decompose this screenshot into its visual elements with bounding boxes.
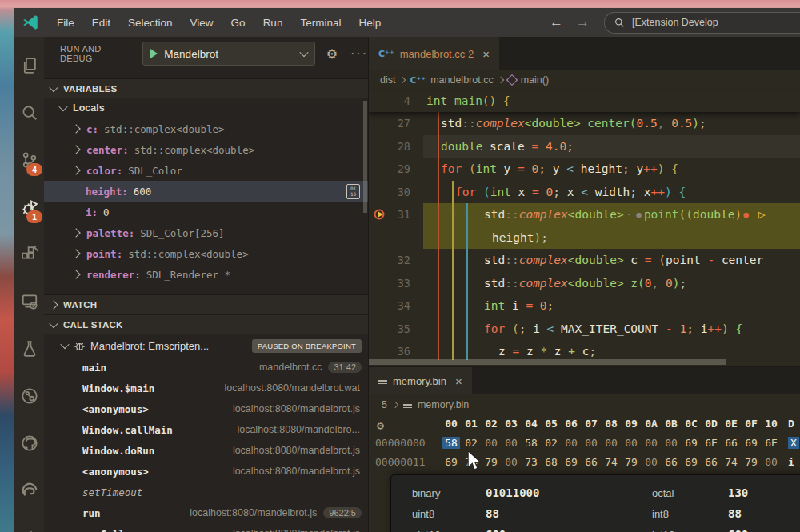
hex-byte[interactable]: 69 — [442, 456, 460, 468]
hex-byte[interactable]: 79 — [622, 456, 640, 468]
watch-section-header[interactable]: WATCH — [44, 294, 368, 314]
menu-item-view[interactable]: View — [182, 14, 222, 32]
nav-back-button[interactable]: ← — [550, 14, 563, 30]
call-stack-section-header[interactable]: CALL STACK — [44, 314, 368, 334]
hex-byte[interactable]: 00 — [622, 437, 640, 449]
nav-forward-button[interactable]: → — [576, 14, 590, 30]
hex-byte[interactable]: 00 — [662, 437, 680, 449]
hex-byte[interactable]: 66 — [722, 437, 740, 449]
stack-frame-row[interactable]: <anonymous>localhost:8080/mandelbrot.js — [44, 461, 368, 482]
variables-scope-locals[interactable]: Locals — [44, 98, 368, 118]
variable-row-height[interactable]: height:6000110 — [44, 181, 368, 202]
variable-row-point[interactable]: point:std::complex<double> — [44, 243, 368, 264]
code-line-34[interactable]: 34int i = 0; — [423, 294, 800, 318]
code-line-33[interactable]: 33std::complex<double> z(0, 0); — [423, 272, 800, 295]
activity-live-share[interactable] — [14, 522, 44, 532]
hex-byte[interactable]: 66 — [662, 456, 680, 468]
code-line-31[interactable]: 31······std::complex<double>·●point((dou… — [423, 203, 800, 226]
hex-byte[interactable]: 73 — [522, 456, 540, 468]
hex-byte[interactable]: 69 — [562, 456, 580, 468]
activity-source-control[interactable]: 4 — [14, 144, 44, 176]
menu-item-run[interactable]: Run — [254, 14, 292, 32]
debug-config-dropdown[interactable]: Mandelbrot — [142, 42, 314, 66]
stack-frame-row[interactable]: Window.doRunlocalhost:8080/mandelbrot.js — [44, 440, 368, 461]
tab-mandelbrot[interactable]: C⁺⁺ mandelbrot.cc 2 × — [369, 37, 499, 70]
menu-item-selection[interactable]: Selection — [119, 14, 182, 32]
breadcrumb-folder[interactable]: dist — [380, 74, 395, 86]
view-binary-icon[interactable]: 0110 — [346, 184, 360, 199]
variable-row-renderer[interactable]: renderer:SDL_Renderer * — [44, 264, 368, 285]
stack-frame-row[interactable]: runCallerlocalhost:8080/mandelbrot.js — [44, 523, 368, 532]
sidebar-scrollbar[interactable] — [363, 101, 367, 213]
code-line-29[interactable]: 29for (int y = 0; y < height; y++) { — [423, 158, 800, 181]
variable-row-i[interactable]: i:0 — [44, 202, 368, 222]
hex-byte[interactable]: 00 — [582, 437, 600, 449]
breakpoint-current-icon[interactable] — [374, 208, 386, 221]
stack-frame-row[interactable]: Window.callMainlocalhost:8080/mandelbro.… — [44, 419, 368, 440]
activity-search[interactable] — [14, 97, 44, 129]
hex-byte[interactable]: 58 — [522, 437, 540, 449]
stack-frame-row[interactable]: <anonymous>localhost:8080/mandelbrot.js — [44, 398, 368, 419]
hex-byte[interactable]: 74 — [722, 456, 740, 468]
hex-byte[interactable]: 00 — [562, 437, 580, 449]
debug-settings-gear-icon[interactable]: ⚙ — [326, 46, 338, 62]
debug-session-row[interactable]: Mandelbrot: Emscripten... PAUSED ON BREA… — [44, 334, 368, 357]
activity-edge-devtools[interactable] — [14, 474, 44, 506]
variables-section-header[interactable]: VARIABLES — [44, 78, 368, 98]
command-center-search[interactable]: [Extension Develop — [604, 12, 800, 34]
code-line-wrap[interactable]: height); — [423, 226, 800, 250]
menu-item-help[interactable]: Help — [350, 14, 390, 32]
code-line-28[interactable]: 28double scale = 4.0; — [423, 135, 800, 158]
code-line-4[interactable]: 4int main() { — [423, 90, 800, 113]
close-icon[interactable]: × — [455, 374, 462, 388]
decoded-char[interactable]: i — [788, 456, 794, 468]
debug-start-icon[interactable] — [150, 49, 158, 58]
hex-byte[interactable]: 74 — [602, 456, 620, 468]
hex-byte[interactable]: 00 — [502, 456, 520, 468]
more-actions-icon[interactable]: ··· — [350, 46, 368, 61]
breadcrumb[interactable]: dist C⁺⁺ mandelbrot.cc main() — [369, 70, 800, 90]
breadcrumb-offset[interactable]: 5 — [382, 399, 387, 410]
breadcrumb-symbol[interactable]: main() — [521, 74, 549, 86]
activity-tool-circle[interactable] — [14, 380, 44, 412]
activity-remote-explorer[interactable] — [14, 286, 44, 318]
sticky-scroll-line[interactable]: 4int main() { — [369, 90, 800, 112]
hex-byte[interactable]: 69 — [682, 456, 700, 468]
hex-byte[interactable]: 79 — [482, 456, 500, 468]
variable-row-palette[interactable]: palette:SDL_Color[256] — [44, 222, 368, 243]
stack-frame-row[interactable]: setTimeout — [44, 482, 368, 502]
hex-byte[interactable]: 69 — [742, 437, 760, 449]
menu-item-edit[interactable]: Edit — [83, 14, 119, 32]
activity-extensions[interactable] — [14, 238, 44, 270]
code-line-30[interactable]: 30for (int x = 0; x < width; x++) { — [423, 181, 800, 204]
hex-byte[interactable]: 00 — [642, 456, 660, 468]
hex-byte[interactable]: 00 — [602, 437, 620, 449]
editor-horizontal-scrollbar[interactable] — [369, 359, 726, 365]
menu-item-terminal[interactable]: Terminal — [291, 14, 350, 32]
menu-item-go[interactable]: Go — [222, 14, 254, 32]
hex-byte[interactable]: 79 — [742, 456, 760, 468]
hex-byte[interactable]: 02 — [462, 437, 480, 449]
hex-byte[interactable]: 00 — [642, 437, 660, 449]
breadcrumb-file[interactable]: mandelbrot.cc — [430, 74, 494, 86]
decoded-char[interactable]: X — [788, 437, 799, 449]
activity-github[interactable] — [14, 427, 44, 459]
code-area[interactable]: 27std::complex<double> center(0.5, 0.5);… — [369, 112, 800, 366]
hex-byte[interactable]: 69 — [682, 437, 700, 449]
hex-byte[interactable]: 00 — [482, 437, 500, 449]
hex-breadcrumb[interactable]: 5 memory.bin — [369, 394, 800, 415]
code-line-35[interactable]: 35for (; i < MAX_ITER_COUNT - 1; i++) { — [423, 318, 800, 341]
activity-explorer[interactable] — [14, 50, 44, 82]
code-line-27[interactable]: 27std::complex<double> center(0.5, 0.5); — [423, 112, 800, 135]
tab-memory-bin[interactable]: memory.bin × — [369, 367, 472, 394]
code-line-32[interactable]: 32std::complex<double> c = (point - cent… — [423, 249, 800, 272]
hex-byte[interactable]: 6E — [762, 437, 780, 449]
hex-byte[interactable]: 66 — [702, 456, 720, 468]
hex-byte[interactable]: 00 — [502, 437, 520, 449]
breadcrumb-file[interactable]: memory.bin — [418, 399, 469, 410]
variable-row-color[interactable]: color:SDL_Color — [44, 160, 368, 181]
hex-byte[interactable]: 02 — [542, 437, 560, 449]
menu-item-file[interactable]: File — [48, 14, 83, 32]
hex-byte[interactable]: 58 — [442, 437, 460, 449]
variable-row-c[interactable]: c:std::complex<double> — [44, 118, 368, 139]
